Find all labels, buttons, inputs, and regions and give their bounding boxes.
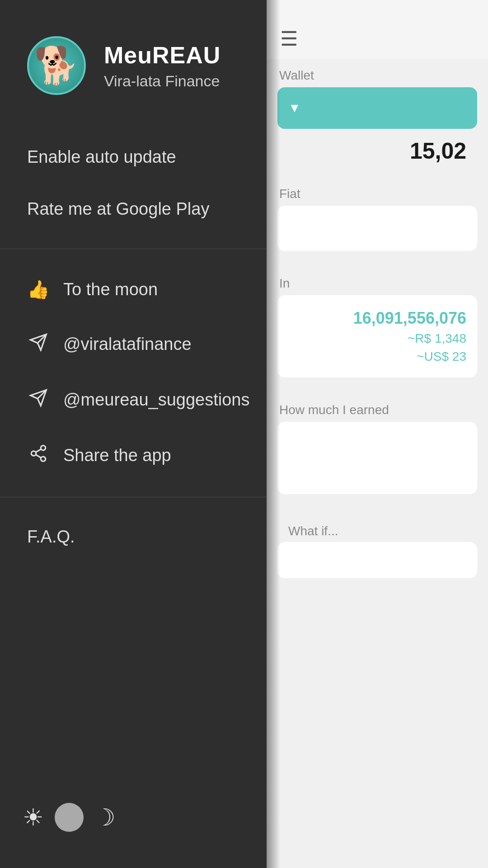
svg-point-5 (31, 451, 36, 456)
telegram-icon-1 (27, 333, 50, 356)
fiat-label: Fiat (277, 187, 477, 201)
wallet-dropdown-icon[interactable]: ▼ (288, 101, 301, 115)
menu-item-share-app[interactable]: Share the app (0, 428, 267, 483)
faq-label: F.A.Q. (27, 527, 75, 547)
menu-section-bottom: F.A.Q. (0, 502, 267, 572)
profile-info: MeuREAU Vira-lata Finance (104, 42, 221, 90)
wallet-section: Wallet ▼ 15,02 (267, 59, 488, 178)
theme-toggle-ball[interactable] (55, 803, 84, 832)
menu-item-faq[interactable]: F.A.Q. (0, 511, 267, 563)
menu-item-meureau-telegram[interactable]: @meureau_suggestions (0, 372, 267, 428)
whatif-card (277, 542, 477, 578)
navigation-drawer: 🐕 MeuREAU Vira-lata Finance Enable auto … (0, 0, 267, 868)
whatif-label: What if... (277, 519, 477, 542)
moon-icon[interactable]: ☽ (94, 804, 116, 831)
menu-item-viralata-telegram[interactable]: @viralatafinance (0, 316, 267, 372)
svg-line-8 (36, 449, 41, 452)
theme-toggle[interactable]: ☀ ☽ (23, 803, 116, 832)
thumbsup-icon: 👍 (27, 279, 50, 300)
viralata-telegram-label: @viralatafinance (63, 335, 192, 354)
rate-google-label: Rate me at Google Play (27, 199, 209, 219)
in-usd: ~US$ 23 (288, 349, 466, 364)
in-brl: ~R$ 1,348 (288, 331, 466, 346)
svg-point-6 (41, 457, 46, 462)
share-icon (27, 444, 50, 467)
wallet-card[interactable]: ▼ (277, 87, 477, 129)
whatif-section: What if... (267, 510, 488, 587)
menu-item-to-the-moon[interactable]: 👍 To the moon (0, 263, 267, 316)
in-value: 16,091,556,076 (288, 309, 466, 328)
profile-section: 🐕 MeuREAU Vira-lata Finance (0, 0, 267, 122)
divider-1 (0, 249, 267, 249)
to-the-moon-label: To the moon (63, 280, 158, 299)
avatar-image: 🐕 (34, 47, 79, 84)
wallet-label: Wallet (277, 68, 477, 83)
avatar: 🐕 (27, 36, 86, 95)
menu-item-auto-update[interactable]: Enable auto update (0, 131, 267, 183)
app-background: ☰ Wallet ▼ 15,02 Fiat In 16,091,556,076 … (267, 0, 488, 868)
menu-section-social: 👍 To the moon @viralatafinance @meureau_… (0, 254, 267, 492)
svg-line-7 (36, 455, 41, 458)
telegram-icon-2 (27, 388, 50, 411)
auto-update-label: Enable auto update (27, 147, 176, 167)
divider-2 (0, 497, 267, 497)
in-section: In 16,091,556,076 ~R$ 1,348 ~US$ 23 (267, 267, 488, 394)
wallet-value: 15,02 (277, 129, 477, 169)
hamburger-icon[interactable]: ☰ (280, 27, 298, 50)
menu-section-top: Enable auto update Rate me at Google Pla… (0, 122, 267, 244)
profile-name: MeuREAU (104, 42, 221, 69)
earned-section: How much I earned (267, 394, 488, 510)
svg-point-4 (41, 446, 46, 451)
in-card: 16,091,556,076 ~R$ 1,348 ~US$ 23 (277, 295, 477, 377)
in-label: In (277, 276, 477, 291)
earned-label: How much I earned (277, 403, 477, 417)
meureau-telegram-label: @meureau_suggestions (63, 390, 250, 410)
earned-card (277, 422, 477, 494)
menu-item-rate-google[interactable]: Rate me at Google Play (0, 183, 267, 235)
fiat-card (277, 206, 477, 251)
sun-icon[interactable]: ☀ (23, 804, 44, 831)
profile-subtitle: Vira-lata Finance (104, 72, 221, 90)
app-header: ☰ (267, 0, 488, 59)
fiat-section: Fiat (267, 178, 488, 267)
share-app-label: Share the app (63, 446, 171, 465)
